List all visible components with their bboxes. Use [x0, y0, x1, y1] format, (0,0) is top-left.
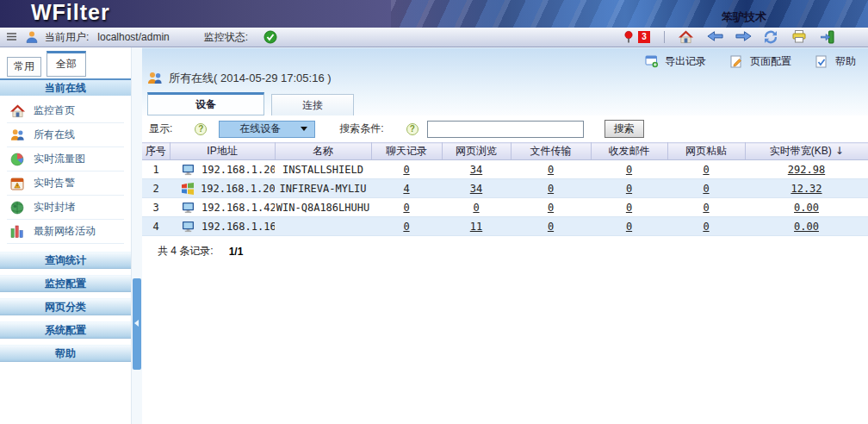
search-condition-label: 搜索条件: — [339, 122, 383, 136]
page-config-button[interactable]: 页面配置 — [730, 54, 791, 69]
search-button[interactable]: 搜索 — [604, 120, 644, 138]
content-tabs: 设备 连接 — [147, 92, 354, 115]
sidebar-item-realtime-alert[interactable]: 实时告警 — [7, 171, 124, 196]
device-name: INFIREVA-MYLIU — [275, 179, 371, 198]
sidebar-item-label: 所有在线 — [34, 128, 75, 142]
monitor-icon — [182, 202, 195, 214]
tab-connections[interactable]: 连接 — [271, 94, 354, 115]
sidebar-collapse-handle[interactable] — [133, 278, 141, 370]
export-records-label: 导出记录 — [665, 54, 706, 69]
chat-count-link[interactable]: 0 — [403, 164, 409, 176]
back-arrow-icon[interactable] — [707, 30, 722, 44]
device-name — [275, 217, 371, 236]
search-help-icon[interactable]: ? — [406, 123, 418, 135]
sidebar-item-latest-activity[interactable]: 最新网络活动 — [7, 220, 124, 244]
status-left: 当前用户: localhost/admin 监控状态: — [5, 30, 278, 45]
mail-count-link[interactable]: 0 — [626, 183, 632, 195]
pin-icon — [622, 30, 636, 44]
col-header-web[interactable]: 网页浏览 — [442, 143, 511, 160]
ip-address: 192.168.1.165 — [202, 221, 275, 233]
file-count-link[interactable]: 0 — [548, 183, 554, 195]
col-header-ip[interactable]: IP地址 — [170, 143, 275, 160]
online-users-icon — [147, 72, 162, 85]
sidebar-section-current-online[interactable]: 当前在线 — [0, 78, 131, 96]
col-header-file[interactable]: 文件传输 — [511, 143, 591, 160]
web-count-link[interactable]: 34 — [470, 164, 482, 176]
sidebar-section-monitor-config[interactable]: 监控配置 — [0, 275, 131, 292]
sidebar-section-system-config[interactable]: 系统配置 — [0, 321, 131, 339]
export-records-button[interactable]: 导出记录 — [645, 54, 706, 69]
sidebar-section-help[interactable]: 帮助 — [0, 345, 131, 362]
web-count-link[interactable]: 0 — [473, 202, 479, 214]
top-banner: WFilter 笨驴技术 — [0, 0, 868, 28]
page-config-icon — [730, 55, 745, 69]
file-count-link[interactable]: 0 — [548, 221, 554, 233]
refresh-icon[interactable] — [764, 30, 778, 44]
ip-address: 192.168.1.42 — [202, 202, 275, 214]
col-header-paste[interactable]: 网页粘贴 — [667, 143, 745, 160]
table-row: 2 192.168.1.200 INFIREVA-MYLIU 4 34 0 0 … — [142, 179, 868, 198]
status-bar: 当前用户: localhost/admin 监控状态: 3 — [0, 28, 868, 47]
bandwidth-link[interactable]: 0.00 — [794, 221, 819, 233]
company-name: 笨驴技术 — [722, 9, 766, 25]
col-header-name[interactable]: 名称 — [275, 143, 371, 160]
file-count-link[interactable]: 0 — [548, 202, 554, 214]
windows-icon — [182, 183, 194, 195]
main-body: 常用 全部 当前在线 监控首页 所有在线 — [0, 47, 868, 424]
monitor-icon — [182, 164, 195, 176]
bandwidth-link[interactable]: 0.00 — [794, 202, 819, 214]
menu-hamburger-icon[interactable] — [5, 30, 20, 44]
logout-icon[interactable] — [821, 30, 835, 44]
chat-count-link[interactable]: 0 — [403, 221, 409, 233]
file-count-link[interactable]: 0 — [548, 164, 554, 176]
globe-icon — [10, 201, 25, 215]
help-button[interactable]: 帮助 — [815, 54, 856, 69]
tab-devices[interactable]: 设备 — [147, 92, 264, 115]
bandwidth-link[interactable]: 12.32 — [790, 183, 822, 195]
col-header-mail[interactable]: 收发邮件 — [591, 143, 667, 160]
pie-chart-icon — [10, 153, 25, 166]
col-header-index[interactable]: 序号 — [142, 143, 170, 160]
sidebar-item-all-online[interactable]: 所有在线 — [7, 123, 124, 147]
sidebar: 常用 全部 当前在线 监控首页 所有在线 — [0, 47, 131, 424]
paste-count-link[interactable]: 0 — [703, 221, 709, 233]
sidebar-tab-all[interactable]: 全部 — [46, 51, 86, 77]
sidebar-item-realtime-traffic[interactable]: 实时流量图 — [7, 147, 124, 171]
web-count-link[interactable]: 34 — [470, 183, 482, 195]
col-header-chat[interactable]: 聊天记录 — [371, 143, 442, 160]
search-input[interactable] — [427, 121, 584, 138]
printer-icon[interactable] — [792, 30, 807, 44]
mail-count-link[interactable]: 0 — [626, 202, 632, 214]
sidebar-section-query-stats[interactable]: 查询统计 — [0, 252, 131, 269]
paste-count-link[interactable]: 0 — [703, 183, 709, 195]
sidebar-item-monitor-home[interactable]: 监控首页 — [7, 99, 124, 123]
filter-row: 显示: ? 在线设备 搜索条件: ? 搜索 — [142, 115, 868, 142]
col-header-bandwidth[interactable]: 实时带宽(KB)↓ — [745, 143, 868, 160]
sidebar-splitter — [131, 47, 142, 424]
bandwidth-link[interactable]: 292.98 — [788, 164, 825, 176]
mail-count-link[interactable]: 0 — [626, 221, 632, 233]
page-config-label: 页面配置 — [750, 54, 791, 69]
chat-count-link[interactable]: 0 — [403, 202, 409, 214]
sidebar-tab-common[interactable]: 常用 — [7, 57, 41, 77]
display-help-icon[interactable]: ? — [195, 123, 207, 135]
alert-icon — [10, 177, 25, 190]
web-count-link[interactable]: 11 — [470, 221, 482, 233]
sidebar-item-label: 实时流量图 — [34, 152, 85, 166]
sidebar-section-web-category[interactable]: 网页分类 — [0, 298, 131, 315]
home-icon[interactable] — [679, 30, 693, 44]
mail-count-link[interactable]: 0 — [626, 164, 632, 176]
export-icon — [645, 55, 660, 69]
sidebar-sections: 查询统计 监控配置 网页分类 系统配置 帮助 — [0, 252, 131, 362]
ip-address: 192.168.1.200 — [201, 183, 275, 195]
title-row: 所有在线( 2014-05-29 17:05:16 ) — [147, 71, 332, 86]
page-title: 所有在线( 2014-05-29 17:05:16 ) — [169, 71, 332, 86]
forward-arrow-icon[interactable] — [735, 30, 750, 44]
display-mode-dropdown[interactable]: 在线设备 — [219, 121, 315, 138]
paste-count-link[interactable]: 0 — [703, 164, 709, 176]
alert-pin[interactable]: 3 — [622, 30, 650, 44]
chat-count-link[interactable]: 4 — [403, 183, 409, 195]
sidebar-item-realtime-block[interactable]: 实时封堵 — [7, 196, 124, 220]
paste-count-link[interactable]: 0 — [703, 202, 709, 214]
online-devices-table: 序号 IP地址 名称 聊天记录 网页浏览 文件传输 收发邮件 网页粘贴 实时带宽… — [142, 142, 868, 236]
